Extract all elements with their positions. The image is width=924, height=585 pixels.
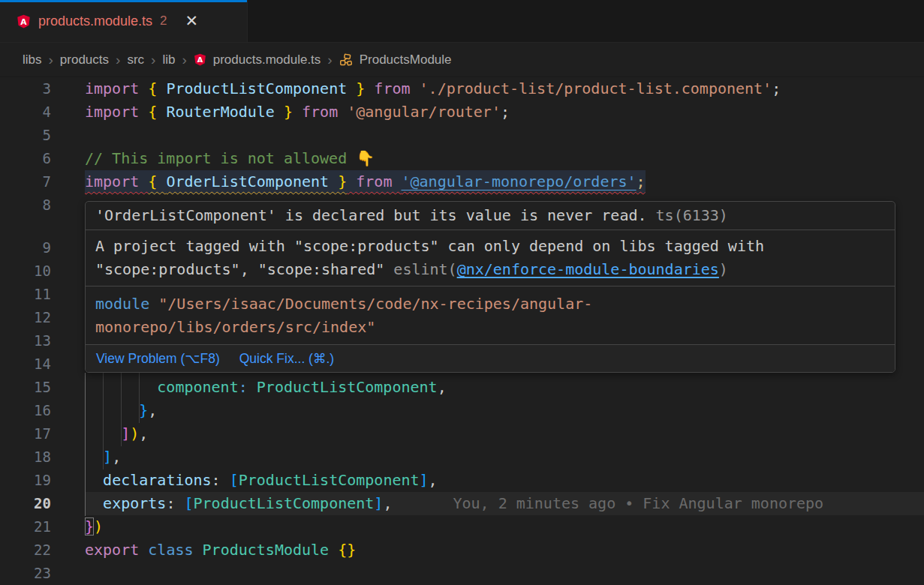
code-line-content[interactable]: exports: [ProductListComponent],You, 2 m… <box>85 492 924 515</box>
token-kw: import <box>85 103 148 121</box>
squiggle-warning: { <box>148 172 166 190</box>
code-line[interactable]: 7import { OrderListComponent } from '@an… <box>0 170 924 194</box>
svg-text:A: A <box>197 56 203 64</box>
token-gold: ) <box>130 424 139 442</box>
line-number[interactable]: 17 <box>0 422 85 446</box>
line-number[interactable]: 13 <box>0 329 85 352</box>
token-fg: , <box>148 401 157 419</box>
token-gold: {} <box>338 541 356 559</box>
code-line-content[interactable]: import { RouterModule } from '@angular/r… <box>85 100 924 124</box>
code-line-content[interactable]: ]), <box>85 422 924 446</box>
code-line-content[interactable] <box>85 124 924 147</box>
token-blue: } <box>139 401 148 419</box>
line-number[interactable]: 20 <box>0 492 85 515</box>
line-number[interactable]: 18 <box>0 446 85 469</box>
code-line-content[interactable]: component: ProductListComponent, <box>85 376 924 399</box>
indent-guide <box>139 373 140 423</box>
code-tokens: // This import is not allowed 👇 <box>85 147 375 170</box>
token-blue: [ <box>184 494 193 512</box>
code-line[interactable]: 4import { RouterModule } from '@angular/… <box>0 100 924 124</box>
line-number[interactable]: 8 <box>0 194 85 217</box>
code-tokens: import { OrderListComponent } from '@ang… <box>85 170 646 194</box>
line-number[interactable]: 21 <box>0 515 85 538</box>
rule-source-close: ) <box>719 260 728 278</box>
line-number[interactable]: 6 <box>0 147 85 170</box>
breadcrumb-item-libs[interactable]: libs <box>23 52 42 68</box>
close-icon[interactable]: ✕ <box>185 12 199 30</box>
token-pink: ] <box>121 424 130 442</box>
code-line-content[interactable]: export class ProductsModule {} <box>85 538 924 562</box>
line-number[interactable]: 15 <box>0 376 85 399</box>
code-line[interactable]: 23 <box>0 562 924 585</box>
line-number[interactable]: 22 <box>0 538 85 562</box>
code-line-content[interactable]: }, <box>85 399 924 422</box>
token-gold: } <box>275 103 293 121</box>
token-cmt: // This import is not allowed <box>85 149 356 167</box>
squiggle-warning: } <box>329 172 347 190</box>
breadcrumb-item-lib[interactable]: lib <box>162 52 175 68</box>
quick-fix-button[interactable]: Quick Fix... (⌘.) <box>239 351 334 367</box>
symbol-class-icon <box>339 53 353 67</box>
tab-products-module[interactable]: A products.module.ts 2 ✕ <box>0 0 248 42</box>
code-line-content[interactable]: declarations: [ProductListComponent], <box>85 469 924 492</box>
code-line[interactable]: 19 declarations: [ProductListComponent], <box>0 469 924 492</box>
token-gold: { <box>148 80 166 98</box>
code-line[interactable]: 5 <box>0 124 924 147</box>
line-number[interactable]: 19 <box>0 469 85 492</box>
code-line[interactable]: 18 ], <box>0 446 924 469</box>
code-tokens: declarations: [ProductListComponent], <box>85 469 438 492</box>
code-line-content[interactable]: import { OrderListComponent } from '@ang… <box>85 170 924 194</box>
diagnostic-message: 'OrderListComponent' is declared but its… <box>86 202 895 230</box>
code-line[interactable]: 3import { ProductListComponent } from '.… <box>0 77 924 100</box>
code-line-content[interactable] <box>85 562 924 585</box>
token-str: '@angular/router' <box>347 103 501 121</box>
eslint-rule-link[interactable]: @nx/enforce-module-boundaries <box>457 260 719 278</box>
code-line-content[interactable]: ], <box>85 446 924 469</box>
token-pinkbox: } <box>85 518 94 536</box>
tab-bar: A products.module.ts 2 ✕ <box>0 0 924 43</box>
code-line-content[interactable]: import { ProductListComponent } from './… <box>85 77 924 100</box>
code-line[interactable]: 20 exports: [ProductListComponent],You, … <box>0 492 924 515</box>
breadcrumb-item-file[interactable]: products.module.ts <box>213 52 321 68</box>
token-fg: , <box>438 378 447 396</box>
code-line-content[interactable]: }) <box>85 515 924 538</box>
line-number[interactable]: 23 <box>0 562 85 585</box>
token-cls: ProductsModule <box>203 541 339 559</box>
code-line-content[interactable]: // This import is not allowed 👇 <box>85 147 924 170</box>
token-kwb: class <box>148 541 202 559</box>
token-blue: ] <box>374 494 383 512</box>
rule-text-line1: A project tagged with "scope:products" c… <box>95 235 885 258</box>
squiggle-error: ; <box>637 172 646 190</box>
token-fg: , <box>429 471 438 489</box>
line-number[interactable]: 10 <box>0 260 85 283</box>
token-kw: export <box>85 541 148 559</box>
breadcrumb-item-products[interactable]: products <box>60 52 109 68</box>
code-line[interactable]: 22export class ProductsModule {} <box>0 538 924 562</box>
line-number[interactable]: 12 <box>0 306 85 329</box>
token-colonb: : <box>239 378 257 396</box>
line-number[interactable]: 11 <box>0 283 85 306</box>
token-fg: , <box>139 424 148 442</box>
rule-source: eslint( <box>393 260 456 278</box>
code-line[interactable]: 17 ]), <box>0 422 924 446</box>
breadcrumb-item-symbol[interactable]: ProductsModule <box>360 52 452 68</box>
code-line[interactable]: 21}) <box>0 515 924 538</box>
chevron-right-icon: › <box>116 52 120 67</box>
token-var: ProductListComponent <box>166 80 347 98</box>
token-var: OrderListComponent <box>166 172 329 190</box>
token-kw: import <box>85 172 148 190</box>
view-problem-button[interactable]: View Problem (⌥F8) <box>96 351 220 367</box>
line-number[interactable]: 9 <box>0 236 85 260</box>
line-number[interactable]: 5 <box>0 124 85 147</box>
token-gold: } <box>329 172 347 190</box>
code-line[interactable]: 6// This import is not allowed 👇 <box>0 147 924 170</box>
breadcrumb-item-src[interactable]: src <box>127 52 144 68</box>
line-number[interactable]: 7 <box>0 170 85 194</box>
line-number[interactable]: 16 <box>0 399 85 422</box>
token-gold: ) <box>94 518 103 536</box>
line-number[interactable]: 14 <box>0 352 85 376</box>
line-number[interactable]: 3 <box>0 77 85 100</box>
token-blue: ] <box>420 471 429 489</box>
line-number[interactable]: 4 <box>0 100 85 124</box>
diagnostic-source: ts(6133) <box>656 206 728 224</box>
